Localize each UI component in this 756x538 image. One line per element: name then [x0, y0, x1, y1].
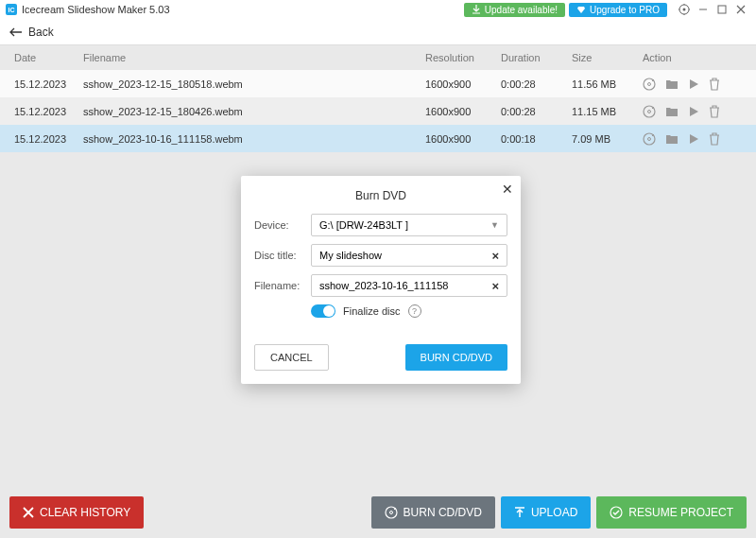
- cell-resolution: 1600x900: [425, 133, 501, 145]
- cell-filename: sshow_2023-12-15_180426.webm: [83, 106, 425, 117]
- clear-disctitle-button[interactable]: ×: [491, 249, 499, 263]
- table-row[interactable]: 15.12.2023 sshow_2023-12-15_180518.webm …: [0, 70, 756, 97]
- clear-filename-button[interactable]: ×: [491, 279, 499, 293]
- minimize-button[interactable]: [694, 2, 713, 17]
- back-button[interactable]: Back: [9, 26, 54, 39]
- diamond-icon: [576, 5, 586, 14]
- burn-button[interactable]: BURN CD/DVD: [405, 344, 507, 371]
- cell-resolution: 1600x900: [425, 106, 501, 117]
- finalize-toggle[interactable]: [311, 304, 335, 318]
- modal-close-button[interactable]: ✕: [502, 182, 513, 197]
- device-select[interactable]: G:\ [DRW-24B3LT ] ▼: [311, 214, 507, 236]
- header-filename: Filename: [83, 52, 425, 63]
- folder-icon[interactable]: [665, 78, 679, 90]
- titlebar: IC Icecream Slideshow Maker 5.03 Update …: [0, 0, 756, 19]
- burn-dvd-modal: ✕ Burn DVD Device: G:\ [DRW-24B3LT ] ▼ D…: [241, 176, 521, 384]
- cell-size: 7.09 MB: [572, 133, 643, 145]
- resume-project-button[interactable]: RESUME PROJECT: [596, 496, 747, 529]
- arrow-left-icon: [9, 27, 23, 37]
- cell-duration: 0:00:28: [501, 78, 572, 90]
- back-label: Back: [28, 26, 54, 39]
- play-icon[interactable]: [688, 78, 699, 90]
- disc-icon[interactable]: [643, 105, 656, 118]
- upload-label: UPLOAD: [531, 506, 577, 519]
- table-row[interactable]: 15.12.2023 sshow_2023-12-15_180426.webm …: [0, 97, 756, 125]
- check-circle-icon: [610, 506, 623, 519]
- clear-label: CLEAR HISTORY: [40, 506, 130, 519]
- cell-resolution: 1600x900: [425, 78, 501, 90]
- disctitle-input-wrap: ×: [311, 244, 507, 267]
- footer-burn-button[interactable]: BURN CD/DVD: [371, 496, 495, 529]
- header-duration: Duration: [501, 52, 572, 63]
- cell-duration: 0:00:28: [501, 106, 572, 117]
- header-date: Date: [14, 52, 83, 63]
- close-window-button[interactable]: [731, 2, 750, 17]
- table-row[interactable]: 15.12.2023 sshow_2023-10-16_111158.webm …: [0, 125, 756, 152]
- footer: CLEAR HISTORY BURN CD/DVD UPLOAD RESUME …: [9, 496, 747, 529]
- maximize-button[interactable]: [713, 2, 731, 17]
- svg-point-1: [683, 9, 686, 11]
- trash-icon[interactable]: [709, 105, 720, 118]
- cell-duration: 0:00:18: [501, 133, 572, 145]
- disc-icon: [385, 506, 398, 519]
- header-resolution: Resolution: [425, 52, 501, 63]
- disctitle-input[interactable]: [319, 250, 499, 261]
- finalize-label: Finalize disc: [343, 305, 401, 317]
- cell-size: 11.15 MB: [572, 106, 643, 117]
- resume-label: RESUME PROJECT: [628, 506, 733, 519]
- settings-button[interactable]: [675, 2, 694, 17]
- svg-point-9: [648, 137, 651, 140]
- cell-date: 15.12.2023: [14, 106, 83, 117]
- device-label: Device:: [254, 219, 311, 231]
- cell-filename: sshow_2023-12-15_180518.webm: [83, 78, 425, 90]
- modal-title: Burn DVD: [241, 176, 521, 214]
- trash-icon[interactable]: [709, 132, 720, 146]
- device-value: G:\ [DRW-24B3LT ]: [319, 219, 408, 231]
- disc-icon[interactable]: [643, 78, 656, 91]
- cell-date: 15.12.2023: [14, 78, 83, 90]
- folder-icon[interactable]: [665, 106, 679, 117]
- svg-rect-3: [718, 6, 726, 13]
- cell-date: 15.12.2023: [14, 133, 83, 145]
- upgrade-pro-button[interactable]: Upgrade to PRO: [569, 3, 667, 17]
- app-title: Icecream Slideshow Maker 5.03: [22, 4, 170, 15]
- burn-label: BURN CD/DVD: [404, 506, 482, 519]
- clear-history-button[interactable]: CLEAR HISTORY: [9, 496, 144, 529]
- help-icon[interactable]: ?: [408, 304, 421, 318]
- pro-label: Upgrade to PRO: [590, 5, 660, 15]
- svg-point-7: [648, 110, 651, 113]
- table-header: Date Filename Resolution Duration Size A…: [0, 45, 756, 70]
- play-icon[interactable]: [688, 106, 699, 117]
- download-icon: [472, 5, 481, 14]
- trash-icon[interactable]: [709, 78, 720, 91]
- filename-label: Filename:: [254, 280, 311, 291]
- filename-input-wrap: ×: [311, 274, 507, 297]
- upload-icon: [514, 507, 525, 518]
- cancel-button[interactable]: CANCEL: [254, 344, 329, 371]
- chevron-down-icon: ▼: [490, 220, 499, 230]
- svg-point-5: [648, 82, 651, 85]
- svg-point-11: [389, 512, 392, 514]
- cell-size: 11.56 MB: [572, 78, 643, 90]
- header-action: Action: [643, 52, 742, 63]
- filename-input[interactable]: [319, 280, 499, 291]
- close-icon: [23, 507, 34, 518]
- play-icon[interactable]: [688, 133, 699, 145]
- cell-filename: sshow_2023-10-16_111158.webm: [83, 133, 425, 145]
- disc-icon[interactable]: [643, 132, 656, 146]
- disctitle-label: Disc title:: [254, 250, 311, 261]
- update-button[interactable]: Update available!: [464, 3, 565, 17]
- update-label: Update available!: [485, 5, 558, 15]
- app-logo-icon: IC: [6, 4, 17, 15]
- upload-button[interactable]: UPLOAD: [501, 496, 591, 529]
- header-size: Size: [572, 52, 643, 63]
- folder-icon[interactable]: [665, 133, 679, 145]
- toolbar: Back: [0, 19, 756, 45]
